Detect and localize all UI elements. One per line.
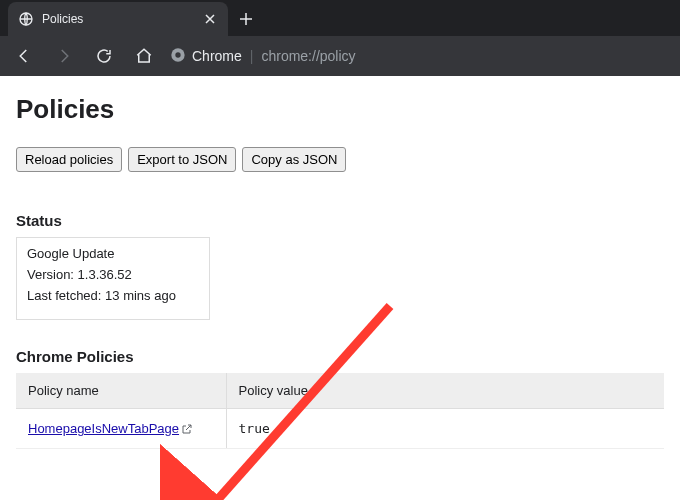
status-box: Google Update Version: 1.3.36.52 Last fe… xyxy=(16,237,210,320)
table-header-row: Policy name Policy value xyxy=(16,373,664,409)
origin-label: Chrome xyxy=(192,48,242,64)
svg-point-2 xyxy=(175,52,180,57)
globe-icon xyxy=(18,11,34,27)
status-heading: Status xyxy=(16,212,664,229)
forward-button xyxy=(50,42,78,70)
browser-chrome: Policies Chrome | xyxy=(0,0,680,76)
export-json-button[interactable]: Export to JSON xyxy=(128,147,236,172)
status-fetched-label: Last fetched: xyxy=(27,288,101,303)
address-bar[interactable]: Chrome | chrome://policy xyxy=(170,42,670,70)
chrome-policies-heading: Chrome Policies xyxy=(16,348,664,365)
policy-name-text: HomepageIsNewTabPage xyxy=(28,421,179,436)
status-version-label: Version: xyxy=(27,267,74,282)
chrome-icon xyxy=(170,47,186,66)
toolbar: Chrome | chrome://policy xyxy=(0,36,680,76)
origin-chip: Chrome xyxy=(170,47,242,66)
back-button[interactable] xyxy=(10,42,38,70)
home-button[interactable] xyxy=(130,42,158,70)
status-version-row: Version: 1.3.36.52 xyxy=(27,267,199,282)
policy-table: Policy name Policy value HomepageIsNewTa… xyxy=(16,373,664,449)
close-icon[interactable] xyxy=(202,11,218,27)
reload-button[interactable] xyxy=(90,42,118,70)
status-box-title: Google Update xyxy=(27,246,199,261)
copy-json-button[interactable]: Copy as JSON xyxy=(242,147,346,172)
browser-tab[interactable]: Policies xyxy=(8,2,228,36)
action-buttons: Reload policies Export to JSON Copy as J… xyxy=(16,147,664,172)
status-version-value: 1.3.36.52 xyxy=(78,267,132,282)
policy-name-link[interactable]: HomepageIsNewTabPage xyxy=(28,421,193,436)
col-policy-value: Policy value xyxy=(226,373,664,409)
status-fetched-row: Last fetched: 13 mins ago xyxy=(27,288,199,303)
reload-policies-button[interactable]: Reload policies xyxy=(16,147,122,172)
new-tab-button[interactable] xyxy=(232,5,260,33)
table-row: HomepageIsNewTabPage true xyxy=(16,409,664,449)
page-title: Policies xyxy=(16,94,664,125)
status-fetched-value: 13 mins ago xyxy=(105,288,176,303)
col-policy-name: Policy name xyxy=(16,373,226,409)
tab-bar: Policies xyxy=(0,0,680,36)
address-url: chrome://policy xyxy=(261,48,355,64)
page-content: Policies Reload policies Export to JSON … xyxy=(0,76,680,467)
policy-value-cell: true xyxy=(226,409,664,449)
tab-title: Policies xyxy=(42,12,194,26)
external-link-icon xyxy=(181,423,193,435)
address-divider: | xyxy=(250,48,254,64)
